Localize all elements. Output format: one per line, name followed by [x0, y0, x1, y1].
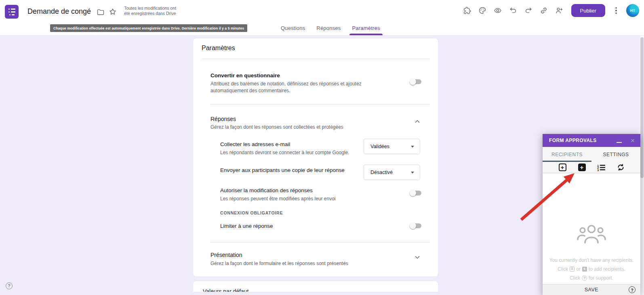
chevron-down-icon[interactable]	[414, 254, 421, 261]
undo-icon[interactable]	[509, 6, 517, 15]
numbered-list-icon: 1 2 3	[597, 164, 606, 171]
dropdown-arrow-icon	[411, 146, 414, 148]
preview-eye-icon[interactable]	[494, 6, 502, 15]
empty-line-2: Click + or + to add recipients.	[558, 266, 625, 272]
active-tab-indicator	[349, 34, 382, 35]
theme-palette-icon[interactable]	[478, 6, 486, 15]
empty-line-2-text: or	[576, 266, 581, 272]
limit-one-response-title: Limiter à une réponse	[220, 223, 273, 229]
tab-recipients[interactable]: RECIPIENTS	[543, 147, 591, 162]
quiz-toggle-title: Convertir en questionnaire	[210, 72, 280, 79]
google-forms-logo-icon[interactable]	[5, 5, 19, 19]
more-options-icon[interactable]	[613, 7, 619, 14]
recipient-order-list-button[interactable]: 1 2 3	[597, 163, 606, 172]
send-copy-value: Désactivé	[370, 170, 411, 175]
tab-questions-label: Questions	[281, 25, 305, 31]
limit-one-response-toggle-switch[interactable]	[410, 223, 421, 228]
plus-square-outline-icon: +	[559, 163, 566, 171]
empty-line-3-text: Click	[570, 275, 580, 281]
plus-square-filled-icon: +	[578, 163, 586, 171]
minimize-icon[interactable]	[615, 136, 623, 144]
save-button[interactable]: SAVE	[585, 287, 598, 293]
header-left: Demande de congé Toutes les modification…	[5, 4, 177, 19]
page-scrollbar	[640, 0, 644, 295]
form-tabs: Questions Réponses Paramètres	[275, 21, 386, 35]
tab-responses-label: Réponses	[316, 25, 341, 31]
empty-state-text: You currently don't have any recipients.…	[543, 257, 640, 281]
recipients-toolbar: + + 1 2 3	[543, 162, 640, 173]
svg-text:3: 3	[597, 168, 599, 171]
move-folder-icon[interactable]	[97, 8, 105, 16]
responses-section-desc: Gérez la façon dont les réponses sont co…	[210, 124, 343, 131]
allow-edit-desc: Les réponses peuvent être modifiées aprè…	[220, 196, 336, 202]
divider	[202, 59, 429, 59]
collect-email-value: Validées	[370, 144, 411, 149]
recipients-empty-state: You currently don't have any recipients.…	[543, 173, 640, 284]
recipients-group-icon	[577, 224, 606, 245]
quiz-toggle-switch[interactable]	[410, 79, 421, 84]
header-actions: Publier HT	[463, 0, 639, 21]
question-circle-icon: ?	[582, 276, 587, 281]
copy-link-icon[interactable]	[540, 6, 548, 15]
presentation-section-desc: Gérez la façon dont le formulaire et les…	[210, 260, 348, 267]
support-help-icon[interactable]: ?	[629, 287, 636, 293]
active-panel-tab-indicator	[543, 161, 591, 162]
divider	[210, 104, 429, 104]
extensions-icon[interactable]	[463, 6, 471, 15]
tab-settings-label: Paramètres	[352, 25, 380, 31]
presentation-section-title: Présentation	[210, 252, 242, 258]
empty-line-3: Click ? for support.	[570, 275, 613, 281]
add-collaborator-icon[interactable]	[555, 6, 563, 15]
allow-edit-title: Autoriser la modification des réponses	[220, 187, 313, 193]
drive-saved-note: Toutes les modifications ont été enregis…	[124, 6, 177, 16]
document-title[interactable]: Demande de congé	[27, 7, 91, 16]
tab-responses[interactable]: Réponses	[311, 21, 346, 35]
chevron-up-icon[interactable]	[414, 118, 421, 125]
send-copy-select[interactable]: Désactivé	[364, 165, 420, 180]
dropdown-arrow-icon	[411, 172, 414, 174]
form-approvals-footer: SAVE ?	[543, 284, 640, 295]
close-icon[interactable]: ×	[629, 137, 636, 144]
refresh-icon	[617, 163, 625, 171]
login-required-section-label: CONNEXION OBLIGATOIRE	[220, 210, 283, 215]
collect-email-select[interactable]: Validées	[364, 139, 420, 154]
help-icon[interactable]: ?	[6, 282, 13, 289]
collect-email-desc: Les répondants devront se connecter à le…	[220, 150, 349, 155]
send-copy-title: Envoyer aux participants une copie de le…	[220, 167, 345, 173]
redo-icon[interactable]	[524, 6, 532, 15]
google-forms-settings-page: { "glyphs": { "plus": "+", "close": "×",…	[0, 0, 644, 295]
tab-questions[interactable]: Questions	[275, 21, 311, 35]
form-approvals-title: FORM APPROVALS	[549, 138, 615, 143]
defaults-card-title: Valeurs par défaut	[203, 288, 248, 292]
plus-square-filled-icon: +	[582, 267, 587, 272]
star-icon[interactable]	[109, 8, 117, 16]
empty-line-3-text: for support.	[589, 275, 613, 281]
responses-section-title: Réponses	[210, 116, 236, 122]
tab-approvals-settings[interactable]: SETTINGS	[591, 147, 640, 162]
add-recipient-outline-button[interactable]: +	[558, 163, 567, 172]
account-avatar[interactable]: HT	[626, 4, 639, 17]
publish-button[interactable]: Publier	[571, 4, 605, 17]
form-approvals-header: FORM APPROVALS ×	[543, 134, 640, 147]
settings-card-title: Paramètres	[202, 45, 235, 52]
empty-line-2-text: to add recipients.	[589, 266, 625, 272]
scrollbar-thumb[interactable]	[640, 37, 644, 178]
empty-line-1: You currently don't have any recipients.	[549, 257, 634, 263]
autosave-tooltip: Chaque modification effectuée est automa…	[50, 24, 247, 32]
empty-line-2-text: Click	[558, 266, 568, 272]
add-recipient-filled-button[interactable]: +	[578, 163, 586, 172]
allow-edit-toggle-switch[interactable]	[410, 191, 421, 195]
plus-square-outline-icon: +	[570, 267, 575, 272]
tab-settings[interactable]: Paramètres	[346, 21, 385, 35]
quiz-toggle-desc: Attribuez des barèmes de notation, défin…	[210, 81, 400, 94]
tab-approvals-settings-label: SETTINGS	[603, 152, 629, 157]
collect-email-title: Collecter les adresses e-mail	[220, 141, 290, 147]
form-approvals-tabs: RECIPIENTS SETTINGS	[543, 147, 640, 162]
form-approvals-panel: FORM APPROVALS × RECIPIENTS SETTINGS + +…	[543, 134, 640, 295]
refresh-recipients-button[interactable]	[617, 163, 625, 172]
defaults-card: Valeurs par défaut	[193, 281, 438, 292]
settings-card: Paramètres Convertir en questionnaire At…	[193, 38, 438, 276]
tab-recipients-label: RECIPIENTS	[551, 152, 583, 157]
divider	[210, 242, 429, 242]
